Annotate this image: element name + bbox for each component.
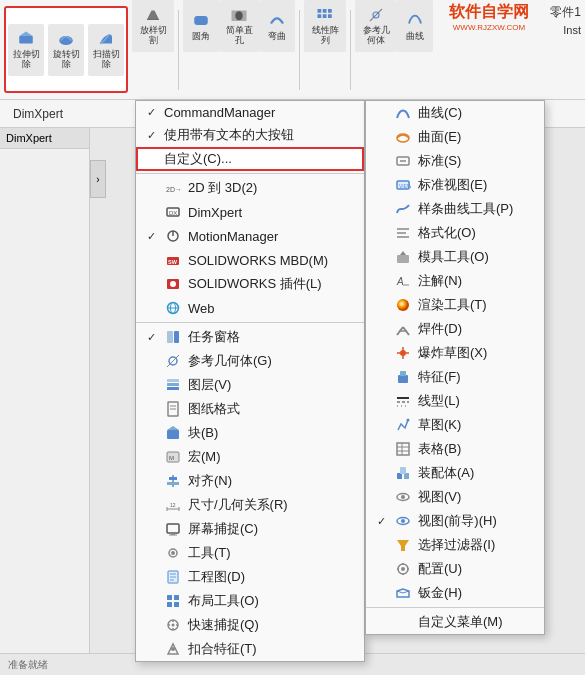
panel-expand-button[interactable]: ›: [90, 160, 106, 198]
btn-linear-array[interactable]: 线性阵列: [304, 0, 346, 52]
left-panel: DimXpert: [0, 128, 90, 675]
menu-item-block[interactable]: 块(B): [136, 421, 364, 445]
svg-marker-1: [19, 31, 33, 36]
menu-item-sw-addins[interactable]: SOLIDWORKS 插件(L): [136, 272, 364, 296]
check-motionmanager: ✓: [144, 230, 158, 243]
svg-marker-106: [397, 540, 409, 551]
left-panel-tab[interactable]: DimXpert: [0, 128, 89, 149]
check-use-text: ✓: [144, 129, 158, 142]
btn-ref-geometry[interactable]: 参考几何体: [355, 0, 397, 52]
check-commandmanager: ✓: [144, 106, 158, 119]
svg-rect-44: [167, 482, 179, 485]
menu-item-macro[interactable]: M 宏(M): [136, 445, 364, 469]
svg-text:12: 12: [170, 502, 176, 508]
submenu-item-view[interactable]: 视图(V): [366, 485, 544, 509]
menu-item-paper-format[interactable]: 图纸格式: [136, 397, 364, 421]
icon-task-window: [164, 328, 182, 346]
menu-item-customize[interactable]: 自定义(C)...: [136, 147, 364, 171]
menu-item-layout-tools[interactable]: 布局工具(O): [136, 589, 364, 613]
menu-item-layers[interactable]: 图层(V): [136, 373, 364, 397]
icon-sm-config: [394, 560, 412, 578]
svg-rect-95: [397, 443, 409, 455]
menu-item-2dto3d[interactable]: 2D→ 2D 到 3D(2): [136, 176, 364, 200]
svg-line-14: [370, 9, 382, 21]
watermark-area: 软件自学网 WWW.RJZXW.COM: [449, 2, 529, 32]
svg-rect-89: [398, 375, 408, 383]
svg-rect-34: [167, 379, 179, 382]
submenu-item-curve[interactable]: 曲线(C): [366, 101, 544, 125]
menu-item-task-window[interactable]: ✓ 任务窗格: [136, 325, 364, 349]
submenu-item-sketch[interactable]: 草图(K): [366, 413, 544, 437]
svg-rect-8: [318, 9, 322, 13]
submenu-item-standard-view[interactable]: VIEW 标准视图(E): [366, 173, 544, 197]
svg-rect-43: [169, 477, 177, 480]
submenu-item-config[interactable]: 配置(U): [366, 557, 544, 581]
icon-dimxpert: DX: [164, 203, 182, 221]
submenu-item-sheetmetal[interactable]: 钣金(H): [366, 581, 544, 605]
svg-text:DX: DX: [169, 210, 177, 216]
svg-point-7: [235, 11, 243, 20]
submenu-item-surface[interactable]: 曲面(E): [366, 125, 544, 149]
btn-bend[interactable]: 弯曲: [259, 0, 295, 52]
icon-sm-assembly: [394, 464, 412, 482]
menu-item-motionmanager[interactable]: ✓ MotionManager: [136, 224, 364, 248]
icon-sm-view-nav: [394, 512, 412, 530]
submenu-item-render[interactable]: 渲染工具(T): [366, 293, 544, 317]
submenu-item-weld[interactable]: 焊件(D): [366, 317, 544, 341]
submenu-item-format[interactable]: 格式化(O): [366, 221, 544, 245]
btn-pull-cut[interactable]: 拉伸切除: [8, 24, 44, 76]
menu-item-screen-capture[interactable]: 屏幕捕捉(C): [136, 517, 364, 541]
btn-rotate-cut[interactable]: 旋转切除: [48, 24, 84, 76]
submenu-item-standard[interactable]: 标准(S): [366, 149, 544, 173]
menu-item-dimensions[interactable]: 12 尺寸/几何关系(R): [136, 493, 364, 517]
menu-item-tools[interactable]: 工具(T): [136, 541, 364, 565]
menu-divider-2: [136, 322, 364, 323]
btn-scan-cut[interactable]: 扫描切除: [88, 24, 124, 76]
toolbar-highlighted-group: 拉伸切除 旋转切除 扫描切除: [4, 6, 128, 93]
icon-sm-surface: [394, 128, 412, 146]
submenu-item-mold[interactable]: 模具工具(O): [366, 245, 544, 269]
btn-hole[interactable]: 简单直孔: [219, 0, 259, 52]
svg-point-67: [172, 624, 175, 627]
svg-marker-3: [147, 11, 159, 20]
menu-item-form-feature[interactable]: 扣合特征(T): [136, 637, 364, 661]
icon-sm-linetype: [394, 392, 412, 410]
svg-rect-101: [400, 467, 406, 474]
icon-sm-format: [394, 224, 412, 242]
menu-item-commandmanager[interactable]: ✓ CommandManager: [136, 101, 364, 123]
submenu-item-linetype[interactable]: 线型(L): [366, 389, 544, 413]
menu-item-web[interactable]: Web: [136, 296, 364, 320]
app-title: 零件1: [550, 4, 581, 21]
icon-layout-tools: [164, 592, 182, 610]
menu-item-sw-mbd[interactable]: SW SOLIDWORKS MBD(M): [136, 248, 364, 272]
svg-rect-11: [318, 14, 322, 18]
menu-item-use-text[interactable]: ✓ 使用带有文本的大按钮: [136, 123, 364, 147]
submenu-item-filter[interactable]: 选择过滤器(I): [366, 533, 544, 557]
btn-fillet[interactable]: 圆角: [183, 0, 219, 52]
submenu-item-view-nav[interactable]: ✓ 视图(前导)(H): [366, 509, 544, 533]
context-menu: ✓ CommandManager ✓ 使用带有文本的大按钮 自定义(C)... …: [135, 100, 365, 662]
tab-dimxpert[interactable]: DimXpert: [8, 103, 68, 125]
menu-item-ref-geo[interactable]: 参考几何体(G): [136, 349, 364, 373]
submenu-item-spline-tools[interactable]: 样条曲线工具(P): [366, 197, 544, 221]
menu-item-drawing[interactable]: 工程图(D): [136, 565, 364, 589]
btn-curve[interactable]: 曲线: [397, 0, 433, 52]
menu-item-align[interactable]: 对齐(N): [136, 469, 364, 493]
menu-item-dimxpert[interactable]: DX DimXpert: [136, 200, 364, 224]
icon-motionmanager: [164, 227, 182, 245]
menu-item-quick-snap[interactable]: 快速捕捉(Q): [136, 613, 364, 637]
submenu-item-table[interactable]: 表格(B): [366, 437, 544, 461]
submenu-item-annotation[interactable]: A 注解(N): [366, 269, 544, 293]
icon-block: [164, 424, 182, 442]
icon-sm-view: [394, 488, 412, 506]
btn-loft-cut[interactable]: 放样切割: [132, 0, 174, 52]
submenu-item-custom-menu[interactable]: 自定义菜单(M): [366, 610, 544, 634]
svg-rect-0: [19, 36, 33, 44]
icon-sm-mold: [394, 248, 412, 266]
icon-sm-explode: [394, 344, 412, 362]
menu-divider-1: [136, 173, 364, 174]
submenu-item-assembly[interactable]: 装配体(A): [366, 461, 544, 485]
svg-point-68: [171, 647, 175, 651]
submenu-item-feature[interactable]: 特征(F): [366, 365, 544, 389]
submenu-item-explode[interactable]: 爆炸草图(X): [366, 341, 544, 365]
